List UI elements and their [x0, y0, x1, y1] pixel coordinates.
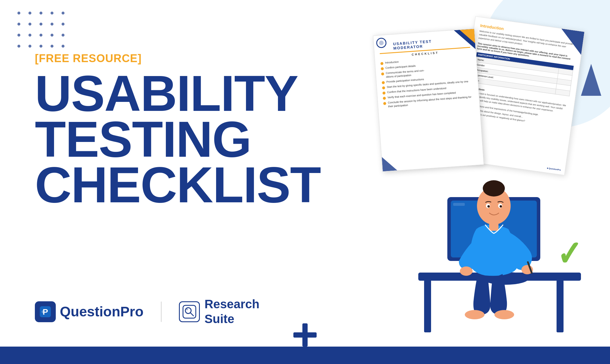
- svg-point-31: [487, 205, 490, 208]
- title-line1: USABILITY: [35, 71, 261, 116]
- svg-point-32: [500, 205, 502, 208]
- svg-marker-14: [581, 64, 601, 96]
- svg-marker-10: [460, 29, 475, 44]
- logo-divider: [161, 302, 162, 322]
- checkmark-icon: ✓: [557, 234, 582, 274]
- left-content: [FREE RESOURCE] USABILITY TESTING CHECKL…: [35, 52, 261, 208]
- questionpro-logo: P QuestionPro: [35, 301, 143, 322]
- svg-rect-33: [489, 223, 498, 231]
- arrow-shape: [581, 64, 601, 96]
- svg-point-38: [494, 310, 514, 319]
- research-suite-line2: Suite: [204, 312, 259, 326]
- research-suite-logo: Research Suite: [179, 297, 259, 326]
- title-line3: CHECKLIST: [35, 162, 261, 208]
- svg-point-6: [186, 309, 188, 310]
- plus-icon: [293, 323, 317, 347]
- decorative-dots: [17, 12, 67, 50]
- research-suite-line1: Research: [204, 297, 259, 311]
- svg-rect-22: [453, 203, 465, 206]
- svg-point-2: [42, 310, 44, 313]
- research-suite-icon: [179, 301, 200, 322]
- svg-point-34: [460, 266, 473, 276]
- bottom-bar: [0, 347, 610, 364]
- svg-point-37: [465, 310, 485, 319]
- svg-marker-7: [558, 29, 584, 55]
- svg-rect-17: [557, 280, 564, 332]
- free-resource-badge: [FREE RESOURCE]: [35, 52, 261, 65]
- logos-section: P QuestionPro Research Suite: [35, 297, 259, 326]
- svg-point-27: [483, 180, 505, 197]
- questionpro-text: QuestionPro: [60, 304, 143, 320]
- questionpro-icon: P: [35, 301, 56, 322]
- svg-point-12: [379, 40, 384, 45]
- svg-rect-3: [183, 305, 196, 318]
- svg-rect-16: [424, 280, 431, 332]
- title-line2: TESTING: [35, 116, 261, 162]
- main-title: USABILITY TESTING CHECKLIST: [35, 71, 261, 208]
- research-suite-text: Research Suite: [204, 297, 259, 326]
